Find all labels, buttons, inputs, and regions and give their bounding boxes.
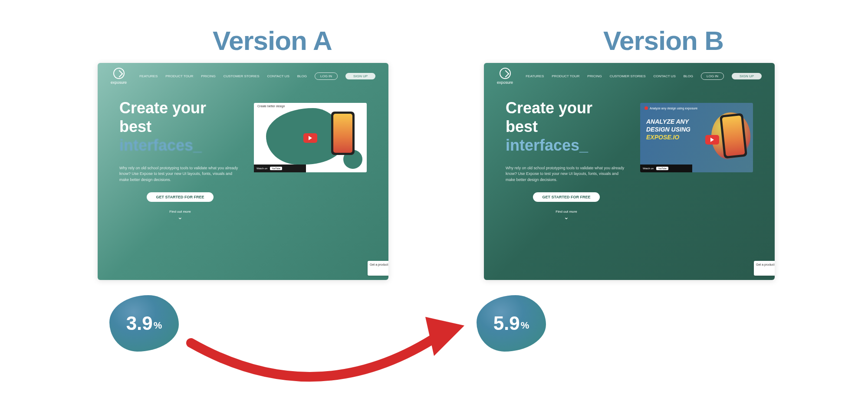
nav-product-tour[interactable]: PRODUCT TOUR <box>165 74 193 78</box>
logo-icon <box>113 68 125 79</box>
comparison-arrow-icon <box>182 295 477 404</box>
brand-name: exposure <box>497 80 513 85</box>
play-icon[interactable] <box>705 135 719 145</box>
navbar: exposure FEATURES PRODUCT TOUR PRICING C… <box>98 63 388 89</box>
chevron-down-icon: ⌄ <box>506 214 627 221</box>
navbar: exposure FEATURES PRODUCT TOUR PRICING C… <box>484 63 775 89</box>
result-a-unit: % <box>154 320 162 331</box>
headline: Create your best interfaces_ <box>119 99 241 155</box>
nav-pricing[interactable]: PRICING <box>201 74 215 78</box>
cta-button[interactable]: GET STARTED FOR FREE <box>533 192 600 202</box>
video-a-title: Create better design <box>257 105 285 108</box>
headline-line1: Create your <box>119 99 206 117</box>
headline: Create your best interfaces_ <box>506 99 627 155</box>
scroll-hint[interactable]: Find out more ⌄ <box>119 210 241 221</box>
video-b-title: Analyze any design using exposure <box>644 106 697 110</box>
nav-contact[interactable]: CONTACT US <box>653 74 675 78</box>
record-dot-icon <box>644 106 648 110</box>
hero-subtext: Why rely on old school prototyping tools… <box>506 165 627 183</box>
watch-label: Watch on <box>256 167 267 170</box>
hero-video-b[interactable]: Analyze any design using exposure ANALYZ… <box>640 103 753 172</box>
scroll-label: Find out more <box>556 210 577 214</box>
headline-accent-b: interfaces_ <box>506 136 588 154</box>
watch-bar[interactable]: Watch on YouTube <box>640 165 692 172</box>
headline-line2: best <box>506 118 538 135</box>
signup-button[interactable]: SIGN UP <box>345 73 375 79</box>
headline-line2: best <box>119 118 151 135</box>
corner-tag-a[interactable]: Get a product tour <box>368 261 388 276</box>
headline-line1: Create your <box>506 99 592 117</box>
nav-features[interactable]: FEATURES <box>139 74 158 78</box>
version-b-screenshot: exposure FEATURES PRODUCT TOUR PRICING C… <box>484 63 775 280</box>
play-icon[interactable] <box>303 133 317 143</box>
hero-video-a[interactable]: Create better design Watch on YouTube <box>254 103 367 172</box>
signup-button[interactable]: SIGN UP <box>732 73 762 79</box>
nav-pricing[interactable]: PRICING <box>587 74 602 78</box>
phone-mock-icon <box>720 113 747 158</box>
version-b-label: Version B <box>603 25 723 56</box>
version-a-screenshot: exposure FEATURES PRODUCT TOUR PRICING C… <box>98 63 388 280</box>
video-b-overlay-text: ANALYZE ANY DESIGN USING EXPOSE.IO <box>646 118 690 142</box>
brand-name: exposure <box>111 80 127 85</box>
nav-features[interactable]: FEATURES <box>526 74 544 78</box>
nav-contact[interactable]: CONTACT US <box>267 74 289 78</box>
nav-product-tour[interactable]: PRODUCT TOUR <box>552 74 579 78</box>
result-b-value: 5.9 <box>493 313 520 334</box>
scroll-label: Find out more <box>169 210 191 214</box>
login-button[interactable]: LOG IN <box>315 72 338 80</box>
watch-bar[interactable]: Watch on YouTube <box>254 165 306 172</box>
brand-logo[interactable]: exposure <box>111 68 127 85</box>
nav-blog[interactable]: BLOG <box>297 74 307 78</box>
cta-button[interactable]: GET STARTED FOR FREE <box>147 192 214 202</box>
nav-blog[interactable]: BLOG <box>684 74 693 78</box>
hero-subtext: Why rely on old school prototyping tools… <box>119 165 241 183</box>
nav-customer-stories[interactable]: CUSTOMER STORIES <box>610 74 646 78</box>
result-badge-b: 5.9 % <box>477 295 546 352</box>
youtube-badge: YouTube <box>656 167 668 170</box>
logo-icon <box>500 68 511 79</box>
version-a-label: Version A <box>213 25 332 56</box>
scroll-hint[interactable]: Find out more ⌄ <box>506 210 627 221</box>
corner-tag-b[interactable]: Get a product tour <box>754 261 775 276</box>
login-button[interactable]: LOG IN <box>701 72 724 80</box>
headline-accent-a: interfaces_ <box>119 136 202 154</box>
phone-mock-icon <box>331 112 355 155</box>
chevron-down-icon: ⌄ <box>119 214 241 221</box>
watch-label: Watch on <box>643 167 654 170</box>
result-b-unit: % <box>521 320 529 331</box>
nav-customer-stories[interactable]: CUSTOMER STORIES <box>224 74 260 78</box>
result-a-value: 3.9 <box>126 313 153 334</box>
result-badge-a: 3.9 % <box>109 295 179 352</box>
youtube-badge: YouTube <box>270 167 282 170</box>
brand-logo[interactable]: exposure <box>497 68 513 85</box>
